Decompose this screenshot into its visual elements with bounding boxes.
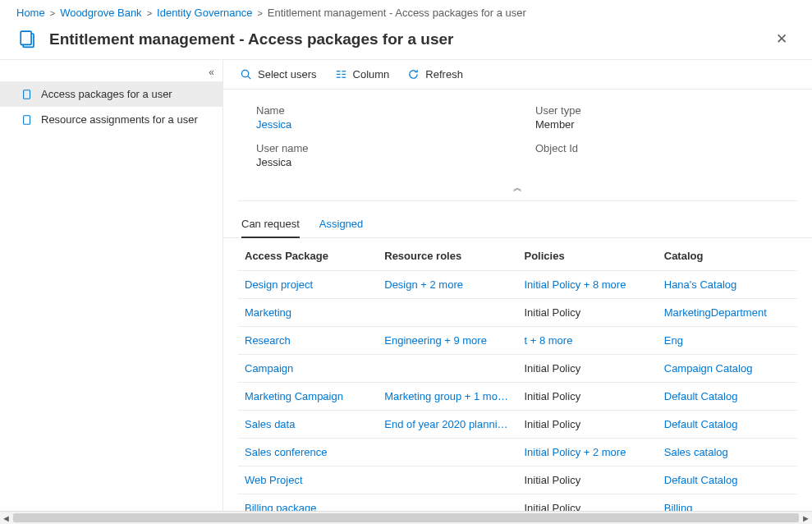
cell-resource-roles [378, 439, 517, 467]
collapse-sidebar-button[interactable]: « [0, 65, 222, 81]
tab-assigned[interactable]: Assigned [319, 213, 363, 238]
cell-policies: Initial Policy [518, 383, 658, 411]
svg-point-4 [241, 70, 248, 76]
table-row: MarketingInitial PolicyMarketingDepartme… [238, 299, 797, 327]
table-row: Design projectDesign + 2 moreInitial Pol… [238, 271, 797, 299]
cell-catalog[interactable]: Sales catalog [658, 439, 797, 467]
column-label: Column [353, 68, 390, 80]
cell-access-package[interactable]: Research [238, 327, 378, 355]
breadcrumb-item[interactable]: Home [16, 7, 45, 19]
col-policies[interactable]: Policies [518, 238, 658, 271]
horizontal-scrollbar[interactable]: ◄ ► [0, 511, 812, 524]
page-title: Entitlement management - Access packages… [49, 30, 768, 48]
cell-catalog[interactable]: Hana's Catalog [658, 271, 797, 299]
breadcrumb-separator: > [147, 8, 152, 18]
svg-rect-1 [21, 31, 31, 44]
cell-access-package[interactable]: Marketing [238, 299, 378, 327]
svg-rect-3 [24, 115, 30, 124]
user-info: Name Jessica User type Member User name … [238, 90, 797, 201]
scroll-right-icon[interactable]: ► [801, 513, 810, 523]
access-packages-table: Access Package Resource roles Policies C… [238, 238, 797, 519]
columns-icon [335, 68, 347, 80]
name-value[interactable]: Jessica [256, 118, 519, 131]
toolbar: Select users Column Refresh [223, 60, 812, 90]
refresh-icon [407, 68, 420, 80]
cell-catalog[interactable]: MarketingDepartment [658, 299, 797, 327]
cell-policies: Initial Policy [518, 355, 658, 383]
cell-access-package[interactable]: Campaign [238, 355, 378, 383]
refresh-button[interactable]: Refresh [407, 68, 463, 80]
scroll-left-icon[interactable]: ◄ [2, 513, 11, 523]
cell-catalog[interactable]: Campaign Catalog [658, 355, 797, 383]
cell-catalog[interactable]: Default Catalog [658, 411, 797, 439]
cell-catalog[interactable]: Default Catalog [658, 383, 797, 411]
breadcrumb-item[interactable]: Woodgrove Bank [60, 7, 142, 19]
table-row: Sales conferenceInitial Policy + 2 moreS… [238, 439, 797, 467]
documents-icon [16, 28, 39, 51]
sidebar: « Access packages for a userResource ass… [0, 60, 223, 519]
col-resource-roles[interactable]: Resource roles [378, 238, 517, 271]
col-access-package[interactable]: Access Package [238, 238, 378, 271]
page-title-row: Entitlement management - Access packages… [0, 22, 812, 59]
cell-policies[interactable]: t + 8 more [518, 327, 658, 355]
name-label: Name [256, 104, 519, 117]
cell-access-package[interactable]: Design project [238, 271, 378, 299]
cell-catalog[interactable]: Eng [658, 327, 797, 355]
breadcrumb-item: Entitlement management - Access packages… [268, 7, 526, 19]
cell-resource-roles [378, 355, 517, 383]
main-panel: Select users Column Refresh Name Jessica… [223, 60, 812, 519]
refresh-label: Refresh [425, 68, 463, 80]
objectid-label: Object Id [535, 142, 779, 154]
tab-can-request[interactable]: Can request [241, 213, 300, 238]
sidebar-item-label: Resource assignments for a user [41, 113, 198, 126]
breadcrumb: Home>Woodgrove Bank>Identity Governance>… [0, 0, 812, 22]
select-users-label: Select users [258, 68, 317, 80]
cell-resource-roles[interactable]: End of year 2020 plannin… [378, 411, 517, 439]
sidebar-item-label: Access packages for a user [41, 88, 172, 100]
cell-resource-roles[interactable]: Engineering + 9 more [378, 327, 517, 355]
sidebar-item[interactable]: Resource assignments for a user [0, 107, 222, 132]
breadcrumb-separator: > [257, 8, 262, 18]
cell-resource-roles [378, 299, 517, 327]
username-value: Jessica [256, 156, 519, 168]
cell-resource-roles [378, 467, 517, 494]
collapse-details-button[interactable]: ︽ [256, 180, 779, 194]
table-row: ResearchEngineering + 9 moret + 8 moreEn… [238, 327, 797, 355]
cell-access-package[interactable]: Sales conference [238, 439, 378, 467]
cell-resource-roles[interactable]: Design + 2 more [378, 271, 517, 299]
table-row: CampaignInitial PolicyCampaign Catalog [238, 355, 797, 383]
tabs: Can request Assigned [223, 201, 812, 238]
table-row: Marketing CampaignMarketing group + 1 mo… [238, 383, 797, 411]
sidebar-item[interactable]: Access packages for a user [0, 81, 222, 107]
cell-access-package[interactable]: Sales data [238, 411, 378, 439]
cell-resource-roles[interactable]: Marketing group + 1 mo… [378, 383, 517, 411]
close-button[interactable]: ✕ [768, 27, 796, 51]
cell-policies: Initial Policy [518, 467, 658, 494]
table-row: Web ProjectInitial PolicyDefault Catalog [238, 467, 797, 494]
table-row: Sales dataEnd of year 2020 plannin…Initi… [238, 411, 797, 439]
search-icon [240, 68, 252, 80]
select-users-button[interactable]: Select users [240, 68, 317, 80]
cell-catalog[interactable]: Default Catalog [658, 467, 797, 494]
usertype-label: User type [535, 104, 779, 117]
col-catalog[interactable]: Catalog [658, 238, 797, 271]
document-icon [21, 114, 33, 126]
breadcrumb-item[interactable]: Identity Governance [157, 7, 252, 19]
cell-policies: Initial Policy [518, 299, 658, 327]
cell-access-package[interactable]: Web Project [238, 467, 378, 494]
svg-line-5 [248, 76, 250, 79]
breadcrumb-separator: > [50, 8, 55, 18]
cell-policies[interactable]: Initial Policy + 8 more [518, 271, 658, 299]
cell-access-package[interactable]: Marketing Campaign [238, 383, 378, 411]
cell-policies: Initial Policy [518, 411, 658, 439]
document-icon [21, 89, 33, 100]
cell-policies[interactable]: Initial Policy + 2 more [518, 439, 658, 467]
username-label: User name [256, 142, 519, 154]
usertype-value: Member [535, 118, 779, 131]
column-button[interactable]: Column [335, 68, 390, 80]
svg-rect-2 [24, 90, 30, 99]
